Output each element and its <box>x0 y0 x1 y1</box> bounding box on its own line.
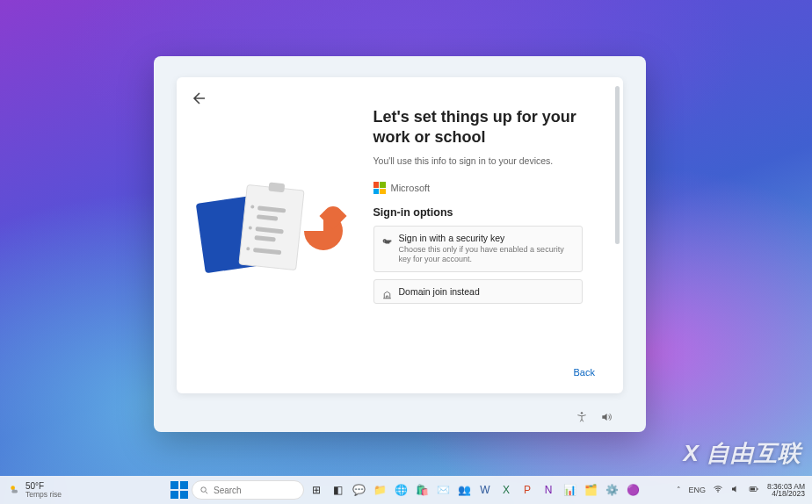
svg-rect-5 <box>757 488 758 490</box>
page-heading: Let's set things up for your work or sch… <box>373 107 598 147</box>
wifi-icon[interactable] <box>713 484 723 496</box>
clock-date: 4/18/2023 <box>767 490 805 498</box>
widgets-icon[interactable]: ◧ <box>329 481 346 499</box>
edge-icon[interactable]: 🌐 <box>392 481 410 499</box>
language-indicator[interactable]: ENG <box>688 486 706 494</box>
svg-point-3 <box>717 491 719 493</box>
search-placeholder: Search <box>214 486 242 495</box>
excel-icon[interactable]: X <box>497 481 515 499</box>
app-icon[interactable]: 📊 <box>561 481 578 499</box>
arrow-left-icon <box>187 88 208 109</box>
option-desc: Choose this only if you have enabled a s… <box>399 245 573 265</box>
back-button[interactable]: Back <box>567 364 602 381</box>
app-icon-4[interactable]: 🟣 <box>624 481 642 499</box>
illustration-panel <box>177 77 373 393</box>
chat-icon[interactable]: 💬 <box>350 481 367 499</box>
microsoft-logo-icon <box>373 182 386 194</box>
back-arrow-button[interactable] <box>187 88 208 109</box>
key-icon <box>381 235 393 247</box>
option-security-key[interactable]: Sign in with a security key Choose this … <box>373 226 583 272</box>
weather-desc: Temps rise <box>25 491 62 499</box>
scrollbar-thumb[interactable] <box>615 86 620 244</box>
store-icon[interactable]: 🛍️ <box>413 481 431 499</box>
word-icon[interactable]: W <box>476 481 494 499</box>
teams-icon[interactable]: 👥 <box>455 481 473 499</box>
weather-widget[interactable]: 50°F Temps rise <box>0 482 70 499</box>
clock[interactable]: 8:36:03 AM 4/18/2023 <box>767 483 805 498</box>
accessibility-icon[interactable] <box>576 411 588 423</box>
powerpoint-icon[interactable]: P <box>518 481 536 499</box>
battery-icon[interactable] <box>748 484 760 496</box>
content-panel: Let's set things up for your work or sch… <box>373 77 623 393</box>
option-domain-join[interactable]: Domain join instead <box>373 279 583 304</box>
oobe-tray <box>576 411 613 423</box>
onenote-icon[interactable]: N <box>540 481 557 499</box>
page-subtext: You'll use this info to sign in to your … <box>373 155 598 166</box>
speaker-icon[interactable] <box>730 484 741 496</box>
oobe-illustration <box>200 178 350 292</box>
taskbar-center: Search ⊞ ◧ 💬 📁 🌐 🛍️ ✉️ 👥 W X P N 📊 🗂️ ⚙️… <box>170 480 642 500</box>
svg-rect-6 <box>750 488 755 491</box>
option-title: Domain join instead <box>399 286 573 297</box>
file-explorer-icon[interactable]: 📁 <box>371 481 388 499</box>
domain-icon <box>381 289 393 300</box>
taskbar-right: ˄ ENG 8:36:03 AM 4/18/2023 <box>677 483 812 498</box>
mail-icon[interactable]: ✉️ <box>434 481 452 499</box>
volume-icon[interactable] <box>600 411 613 423</box>
option-title: Sign in with a security key <box>399 233 573 243</box>
svg-point-0 <box>581 412 583 414</box>
oobe-window: Let's set things up for your work or sch… <box>154 56 646 432</box>
weather-icon <box>9 484 21 496</box>
svg-point-2 <box>201 486 207 492</box>
microsoft-brand: Microsoft <box>373 182 598 194</box>
tray-chevron-icon[interactable]: ˄ <box>677 486 681 494</box>
microsoft-label: Microsoft <box>391 183 431 193</box>
task-view-icon[interactable]: ⊞ <box>308 481 325 499</box>
search-box[interactable]: Search <box>192 480 304 500</box>
taskbar: 50°F Temps rise Search ⊞ ◧ 💬 📁 🌐 🛍️ ✉️ 👥… <box>0 476 812 504</box>
oobe-card: Let's set things up for your work or sch… <box>177 77 623 393</box>
app-icon-3[interactable]: ⚙️ <box>603 481 620 499</box>
search-icon <box>199 486 209 495</box>
signin-options-title: Sign-in options <box>373 206 598 219</box>
start-button[interactable] <box>170 481 188 499</box>
app-icon-2[interactable]: 🗂️ <box>582 481 599 499</box>
